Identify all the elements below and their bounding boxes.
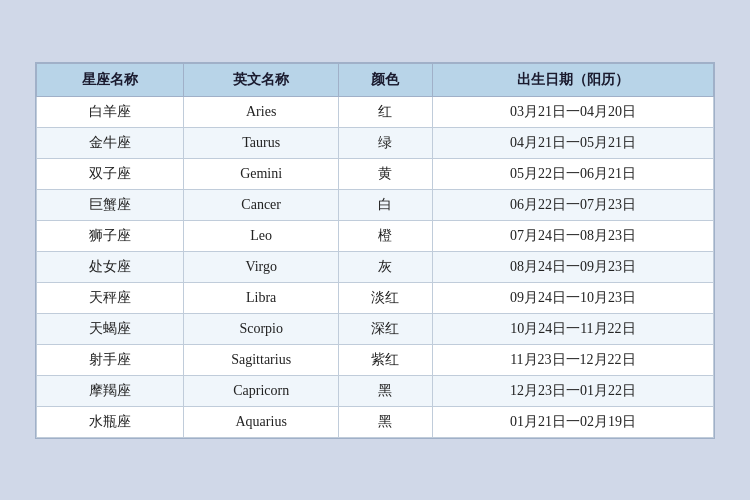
cell-10-3: 01月21日一02月19日 (432, 406, 713, 437)
zodiac-table: 星座名称英文名称颜色出生日期（阳历） 白羊座Aries红03月21日一04月20… (36, 63, 714, 438)
cell-3-2: 白 (339, 189, 433, 220)
cell-1-3: 04月21日一05月21日 (432, 127, 713, 158)
cell-4-0: 狮子座 (37, 220, 184, 251)
table-row: 水瓶座Aquarius黑01月21日一02月19日 (37, 406, 714, 437)
cell-9-0: 摩羯座 (37, 375, 184, 406)
cell-0-3: 03月21日一04月20日 (432, 96, 713, 127)
table-row: 天蝎座Scorpio深红10月24日一11月22日 (37, 313, 714, 344)
header-col-3: 出生日期（阳历） (432, 63, 713, 96)
cell-1-1: Taurus (184, 127, 339, 158)
header-col-2: 颜色 (339, 63, 433, 96)
cell-9-2: 黑 (339, 375, 433, 406)
table-row: 狮子座Leo橙07月24日一08月23日 (37, 220, 714, 251)
cell-2-2: 黄 (339, 158, 433, 189)
cell-1-0: 金牛座 (37, 127, 184, 158)
zodiac-table-wrapper: 星座名称英文名称颜色出生日期（阳历） 白羊座Aries红03月21日一04月20… (35, 62, 715, 439)
cell-6-1: Libra (184, 282, 339, 313)
cell-7-2: 深红 (339, 313, 433, 344)
table-row: 摩羯座Capricorn黑12月23日一01月22日 (37, 375, 714, 406)
header-col-1: 英文名称 (184, 63, 339, 96)
cell-7-3: 10月24日一11月22日 (432, 313, 713, 344)
cell-6-0: 天秤座 (37, 282, 184, 313)
cell-7-1: Scorpio (184, 313, 339, 344)
cell-2-3: 05月22日一06月21日 (432, 158, 713, 189)
cell-4-2: 橙 (339, 220, 433, 251)
cell-0-1: Aries (184, 96, 339, 127)
cell-7-0: 天蝎座 (37, 313, 184, 344)
cell-5-0: 处女座 (37, 251, 184, 282)
cell-0-2: 红 (339, 96, 433, 127)
table-row: 双子座Gemini黄05月22日一06月21日 (37, 158, 714, 189)
cell-8-2: 紫红 (339, 344, 433, 375)
cell-8-3: 11月23日一12月22日 (432, 344, 713, 375)
cell-1-2: 绿 (339, 127, 433, 158)
cell-2-1: Gemini (184, 158, 339, 189)
cell-3-0: 巨蟹座 (37, 189, 184, 220)
cell-8-0: 射手座 (37, 344, 184, 375)
cell-3-1: Cancer (184, 189, 339, 220)
cell-5-3: 08月24日一09月23日 (432, 251, 713, 282)
table-row: 巨蟹座Cancer白06月22日一07月23日 (37, 189, 714, 220)
table-row: 白羊座Aries红03月21日一04月20日 (37, 96, 714, 127)
cell-5-1: Virgo (184, 251, 339, 282)
cell-9-3: 12月23日一01月22日 (432, 375, 713, 406)
cell-10-0: 水瓶座 (37, 406, 184, 437)
table-header-row: 星座名称英文名称颜色出生日期（阳历） (37, 63, 714, 96)
cell-0-0: 白羊座 (37, 96, 184, 127)
cell-10-1: Aquarius (184, 406, 339, 437)
cell-5-2: 灰 (339, 251, 433, 282)
cell-10-2: 黑 (339, 406, 433, 437)
header-col-0: 星座名称 (37, 63, 184, 96)
table-row: 天秤座Libra淡红09月24日一10月23日 (37, 282, 714, 313)
cell-8-1: Sagittarius (184, 344, 339, 375)
cell-4-1: Leo (184, 220, 339, 251)
cell-6-2: 淡红 (339, 282, 433, 313)
table-row: 射手座Sagittarius紫红11月23日一12月22日 (37, 344, 714, 375)
table-body: 白羊座Aries红03月21日一04月20日金牛座Taurus绿04月21日一0… (37, 96, 714, 437)
cell-9-1: Capricorn (184, 375, 339, 406)
cell-4-3: 07月24日一08月23日 (432, 220, 713, 251)
table-row: 金牛座Taurus绿04月21日一05月21日 (37, 127, 714, 158)
table-row: 处女座Virgo灰08月24日一09月23日 (37, 251, 714, 282)
cell-3-3: 06月22日一07月23日 (432, 189, 713, 220)
cell-2-0: 双子座 (37, 158, 184, 189)
cell-6-3: 09月24日一10月23日 (432, 282, 713, 313)
